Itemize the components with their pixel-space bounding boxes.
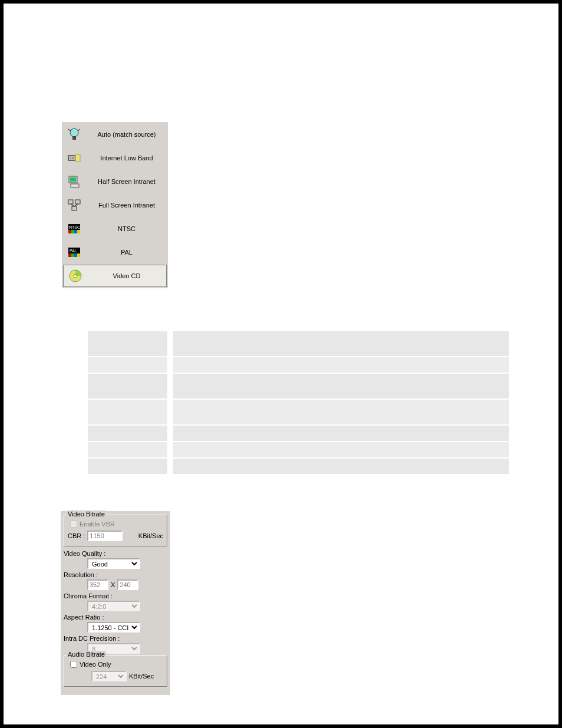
resolution-height-input[interactable] bbox=[117, 579, 138, 590]
preset-item-auto[interactable]: Auto (match source) bbox=[62, 123, 167, 146]
svg-line-2 bbox=[68, 129, 71, 131]
aspect-ratio-select[interactable]: 1.1250 - CCIR60 bbox=[87, 622, 140, 633]
preset-item-full-screen-intranet[interactable]: Full Screen Intranet bbox=[62, 193, 167, 217]
preset-item-video-cd[interactable]: Video CD bbox=[63, 265, 167, 287]
svg-point-0 bbox=[70, 129, 78, 137]
table-row bbox=[88, 357, 509, 373]
cd-icon bbox=[67, 268, 84, 284]
svg-rect-18 bbox=[68, 230, 71, 233]
svg-rect-13 bbox=[72, 206, 77, 210]
svg-line-15 bbox=[74, 204, 78, 206]
table-row bbox=[88, 459, 509, 474]
svg-rect-10 bbox=[71, 184, 79, 187]
table-row bbox=[88, 331, 509, 356]
svg-rect-9 bbox=[70, 177, 76, 182]
preset-item-half-screen-intranet[interactable]: Half Screen Intranet bbox=[62, 170, 167, 193]
svg-rect-26 bbox=[74, 253, 77, 257]
intra-dc-label: Intra DC Precision : bbox=[64, 635, 167, 642]
ntsc-icon: NTSC bbox=[66, 220, 82, 237]
svg-text:NTSC: NTSC bbox=[69, 225, 80, 229]
info-table bbox=[88, 331, 509, 474]
chroma-format-label: Chroma Format : bbox=[64, 592, 167, 599]
preset-item-ntsc[interactable]: NTSC NTSC bbox=[62, 217, 167, 241]
svg-rect-1 bbox=[72, 136, 76, 140]
video-quality-label: Video Quality : bbox=[64, 550, 167, 557]
preset-label: Half Screen Intranet bbox=[90, 178, 164, 185]
resolution-separator: X bbox=[111, 581, 115, 588]
preset-label: Auto (match source) bbox=[90, 131, 164, 138]
document-page: Auto (match source) Internet Low Band Ha… bbox=[0, 0, 562, 728]
bitrate-unit: KBit/Sec bbox=[138, 532, 163, 539]
fieldset-legend: Audio Bitrate bbox=[67, 651, 106, 658]
computer-icon bbox=[66, 173, 82, 190]
svg-rect-20 bbox=[74, 230, 77, 233]
svg-rect-24 bbox=[68, 253, 71, 257]
table-row bbox=[88, 442, 509, 457]
audio-bitrate-select[interactable]: 224 bbox=[91, 671, 127, 681]
preset-item-internet-low-band[interactable]: Internet Low Band bbox=[62, 146, 167, 170]
enable-vbr-label: Enable VBR bbox=[80, 521, 115, 528]
video-quality-select[interactable]: Good bbox=[87, 558, 140, 569]
resolution-width-input[interactable] bbox=[87, 579, 108, 590]
svg-rect-21 bbox=[77, 230, 80, 233]
audio-bitrate-fieldset: Audio Bitrate Video Only 224 KBit/Sec bbox=[64, 655, 167, 687]
svg-rect-5 bbox=[75, 154, 80, 162]
preset-label: Internet Low Band bbox=[90, 154, 164, 162]
cbr-label: CBR : bbox=[68, 532, 85, 539]
svg-line-14 bbox=[71, 204, 74, 206]
modem-icon bbox=[66, 150, 82, 166]
preset-item-pal[interactable]: PAL PAL bbox=[62, 241, 167, 264]
video-bitrate-fieldset: Video Bitrate Enable VBR CBR : KBit/Sec bbox=[64, 515, 167, 546]
fieldset-legend: Video Bitrate bbox=[67, 510, 106, 518]
video-only-checkbox[interactable] bbox=[70, 661, 77, 668]
audio-bitrate-unit: KBit/Sec bbox=[129, 673, 154, 680]
svg-text:PAL: PAL bbox=[70, 249, 77, 253]
svg-rect-19 bbox=[71, 230, 74, 233]
preset-label: Video CD bbox=[91, 272, 163, 279]
svg-rect-27 bbox=[77, 253, 80, 257]
chroma-format-select[interactable]: 4:2:0 bbox=[87, 601, 140, 611]
svg-line-3 bbox=[78, 129, 80, 131]
svg-rect-12 bbox=[75, 200, 80, 204]
svg-point-7 bbox=[72, 157, 74, 159]
lightbulb-icon bbox=[66, 126, 82, 143]
preset-label: NTSC bbox=[90, 225, 164, 232]
enable-vbr-checkbox[interactable] bbox=[70, 521, 77, 528]
network-icon bbox=[66, 197, 82, 213]
svg-rect-4 bbox=[68, 156, 75, 160]
table-row bbox=[88, 426, 509, 441]
preset-list: Auto (match source) Internet Low Band Ha… bbox=[62, 122, 168, 288]
cbr-input[interactable] bbox=[87, 531, 123, 541]
resolution-label: Resolution : bbox=[64, 571, 167, 578]
preset-label: Full Screen Intranet bbox=[90, 202, 164, 209]
svg-point-6 bbox=[70, 157, 71, 159]
encoder-settings-panel: Video Bitrate Enable VBR CBR : KBit/Sec … bbox=[61, 511, 170, 695]
pal-icon: PAL bbox=[66, 244, 82, 261]
svg-rect-25 bbox=[71, 253, 74, 257]
svg-rect-11 bbox=[68, 200, 73, 204]
table-row bbox=[88, 400, 509, 424]
video-only-label: Video Only bbox=[80, 661, 111, 668]
aspect-ratio-label: Aspect Ratio : bbox=[64, 614, 167, 621]
preset-label: PAL bbox=[90, 249, 164, 256]
table-row bbox=[88, 374, 509, 398]
